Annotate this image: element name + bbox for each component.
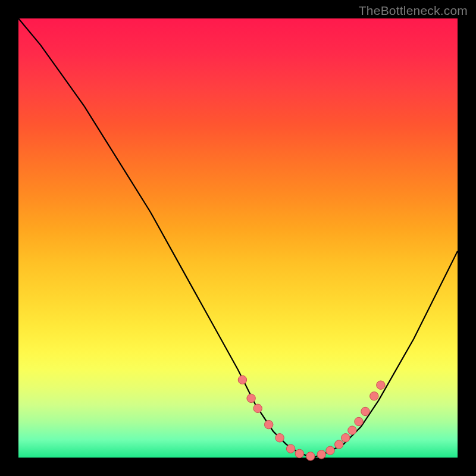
data-point — [361, 407, 369, 415]
data-point — [317, 450, 325, 459]
data-point — [253, 404, 262, 412]
data-point — [295, 449, 303, 458]
data-point — [238, 375, 246, 384]
data-point — [326, 446, 334, 455]
data-point — [342, 434, 350, 442]
data-point — [370, 392, 378, 400]
data-point — [348, 426, 356, 434]
data-point — [377, 381, 385, 389]
data-point — [275, 434, 284, 442]
data-point — [265, 420, 273, 428]
marker-group — [238, 375, 385, 461]
data-point — [286, 444, 295, 453]
data-point — [335, 440, 343, 449]
data-point — [306, 452, 315, 461]
data-point — [355, 417, 363, 425]
data-point — [247, 394, 255, 402]
marker-layer — [0, 0, 476, 476]
watermark-text: TheBottleneck.com — [359, 4, 468, 18]
